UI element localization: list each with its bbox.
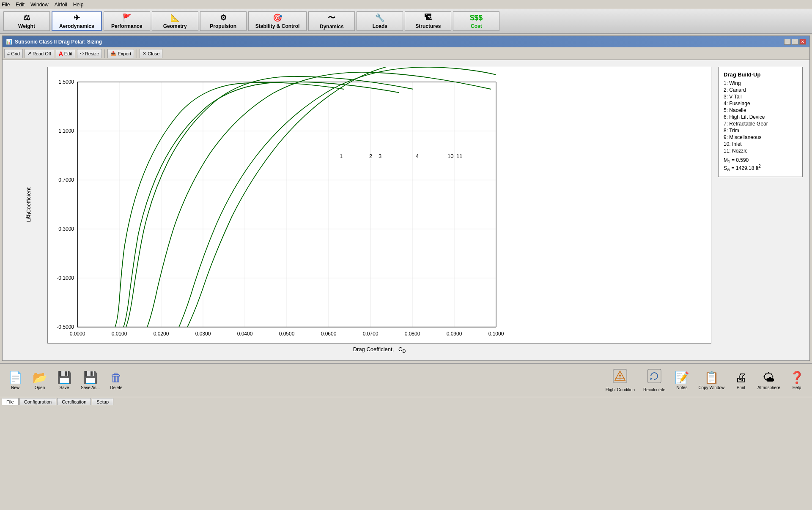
- menu-window[interactable]: Window: [30, 2, 49, 8]
- notes-button[interactable]: 📝 Notes: [670, 365, 694, 395]
- legend-item-11: 11: Nozzle: [724, 148, 797, 154]
- save-label: Save: [60, 385, 69, 390]
- tab-weight-label: Weight: [18, 23, 35, 29]
- tab-propulsion[interactable]: ⚙ Propulsion: [200, 11, 247, 31]
- copy-window-button[interactable]: 📋 Copy Window: [694, 365, 728, 395]
- loads-icon: 🔧: [375, 13, 384, 22]
- legend-item-10: 10: Inlet: [724, 141, 797, 147]
- tab-file[interactable]: File: [2, 398, 19, 405]
- window-controls: _ □ ✕: [784, 39, 806, 45]
- legend-title: Drag Build-Up: [724, 71, 797, 78]
- new-icon: 📄: [8, 371, 23, 385]
- menu-bar: File Edit Window Airfoil Help: [0, 0, 812, 9]
- close-button[interactable]: ✕: [799, 39, 806, 45]
- flight-condition-label: Flight Condition: [606, 387, 635, 392]
- tab-structures[interactable]: 🏗 Structures: [405, 11, 451, 31]
- menu-file[interactable]: File: [2, 2, 10, 8]
- new-button[interactable]: 📄 New: [3, 365, 27, 395]
- notes-label: Notes: [676, 385, 687, 390]
- legend-item-4: 4: Fuselage: [724, 101, 797, 106]
- inner-toolbar: # Grid ↗ Read Off A Edit ⇔ Resize 📤 Expo…: [3, 47, 809, 60]
- chart-svg: 1.5000 1.1000 0.7000 0.3000 -0.1000 -0.5…: [47, 67, 711, 344]
- tab-setup[interactable]: Setup: [92, 398, 113, 405]
- help-button[interactable]: ❓ Help: [785, 365, 809, 395]
- tab-loads[interactable]: 🔧 Loads: [357, 11, 403, 31]
- legend-panel: Drag Build-Up 1: Wing 2: Canard 3: V-Tai…: [718, 67, 803, 177]
- svg-text:0.0400: 0.0400: [237, 331, 253, 337]
- tab-performance[interactable]: 🚩 Performance: [104, 11, 150, 31]
- tab-geometry[interactable]: 📐 Geometry: [152, 11, 198, 31]
- menu-edit[interactable]: Edit: [16, 2, 25, 8]
- open-label: Open: [35, 385, 45, 390]
- tab-dyn-label: Dynamics: [320, 24, 344, 30]
- recalculate-svg: [647, 368, 662, 384]
- cost-icon: $$$: [470, 14, 483, 22]
- tab-loads-label: Loads: [373, 23, 387, 29]
- maximize-button[interactable]: □: [792, 39, 798, 45]
- resize-button[interactable]: ⇔ Resize: [77, 49, 102, 58]
- legend-m1: M1 = 0.590 Sw = 1429.18 ft2: [724, 157, 797, 172]
- svg-text:0.0700: 0.0700: [363, 331, 379, 337]
- svg-text:-0.1000: -0.1000: [57, 275, 74, 281]
- tab-certification[interactable]: Certification: [57, 398, 91, 405]
- curve-label-10: 10: [447, 153, 453, 159]
- tab-stability[interactable]: 🎯 Stability & Control: [248, 11, 307, 31]
- aero-icon: ✈: [74, 13, 80, 22]
- print-button[interactable]: 🖨 Print: [729, 365, 753, 395]
- tab-aerodynamics[interactable]: ✈ Aerodynamics: [52, 11, 102, 31]
- save-icon: 💾: [57, 371, 72, 385]
- tab-weight[interactable]: ⚖ Weight: [3, 11, 50, 31]
- delete-icon: 🗑: [110, 371, 122, 385]
- atmosphere-icon: 🌤: [763, 371, 775, 385]
- legend-item-7: 7: Retractable Gear: [724, 121, 797, 127]
- recalculate-label: Recalculate: [643, 387, 665, 392]
- minimize-button[interactable]: _: [784, 39, 791, 45]
- top-toolbar: ⚖ Weight ✈ Aerodynamics 🚩 Performance 📐 …: [0, 9, 812, 34]
- edit-button[interactable]: A Edit: [56, 49, 75, 58]
- legend-item-6: 6: High Lift Device: [724, 114, 797, 120]
- atmosphere-label: Atmosphere: [757, 385, 780, 390]
- flight-condition-icon: [612, 368, 628, 387]
- grid-button[interactable]: # Grid: [4, 49, 23, 58]
- export-icon: 📤: [110, 51, 116, 56]
- curve-label-2: 2: [369, 153, 372, 159]
- svg-text:1.5000: 1.5000: [58, 79, 74, 85]
- open-icon: 📂: [33, 371, 47, 385]
- tab-perf-label: Performance: [111, 23, 142, 29]
- recalculate-button[interactable]: Recalculate: [639, 365, 669, 395]
- menu-help[interactable]: Help: [73, 2, 84, 8]
- readoff-button[interactable]: ↗ Read Off: [25, 49, 54, 58]
- curve-label-1: 1: [340, 153, 343, 159]
- save-as-icon: 💾: [83, 371, 98, 385]
- bottom-toolbar: 📄 New 📂 Open 💾 Save 💾 Save As... 🗑 Delet…: [0, 363, 812, 397]
- export-button[interactable]: 📤 Export: [107, 49, 134, 58]
- save-as-button[interactable]: 💾 Save As...: [77, 365, 104, 395]
- save-button[interactable]: 💾 Save: [52, 365, 76, 395]
- delete-label: Delete: [110, 385, 123, 390]
- legend-item-3: 3: V-Tail: [724, 94, 797, 100]
- inner-window: 📊 Subsonic Class II Drag Polar: Sizing _…: [2, 35, 810, 361]
- svg-text:0.7000: 0.7000: [58, 177, 74, 183]
- menu-airfoil[interactable]: Airfoil: [55, 2, 67, 8]
- help-label: Help: [793, 385, 801, 390]
- open-button[interactable]: 📂 Open: [28, 365, 52, 395]
- chart-container: Lift Coefficient CL: [3, 60, 809, 360]
- tab-configuration[interactable]: Configuration: [19, 398, 56, 405]
- legend-item-9: 9: Miscellaneous: [724, 134, 797, 140]
- perf-icon: 🚩: [122, 13, 132, 22]
- copy-window-icon: 📋: [704, 371, 719, 385]
- tab-geom-label: Geometry: [163, 23, 187, 29]
- svg-text:0.0500: 0.0500: [279, 331, 295, 337]
- svg-text:0.0800: 0.0800: [405, 331, 420, 337]
- tab-stab-label: Stability & Control: [255, 23, 300, 29]
- tab-dynamics[interactable]: 〜 Dynamics: [308, 11, 355, 31]
- inner-window-title: Subsonic Class II Drag Polar: Sizing: [15, 39, 102, 45]
- flight-condition-button[interactable]: Flight Condition: [602, 365, 639, 395]
- curve-label-11: 11: [456, 153, 462, 159]
- tab-cost[interactable]: $$$ Cost: [453, 11, 499, 31]
- delete-button[interactable]: 🗑 Delete: [104, 365, 128, 395]
- drag-polar-svg: 1.5000 1.1000 0.7000 0.3000 -0.1000 -0.5…: [48, 67, 505, 342]
- close-chart-button[interactable]: ✕ Close: [140, 49, 162, 58]
- toolbar-separator: [104, 49, 105, 58]
- atmosphere-button[interactable]: 🌤 Atmosphere: [754, 365, 784, 395]
